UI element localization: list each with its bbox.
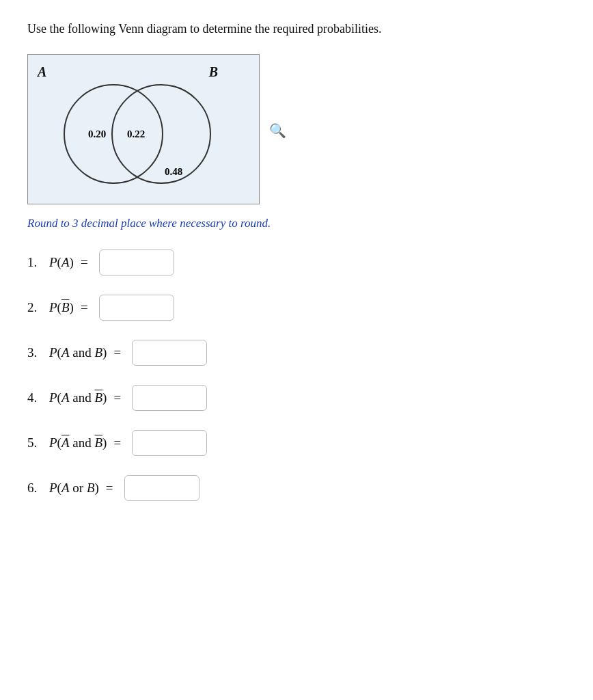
instruction-note: Round to 3 decimal place where necessary…: [27, 217, 566, 230]
venn-diagram: A B 0.20 0.22 0.48: [27, 54, 260, 204]
problem-1-label: P(A): [49, 255, 74, 270]
problem-3-number: 3.: [27, 345, 49, 360]
problem-4-number: 4.: [27, 390, 49, 405]
problem-6-answer[interactable]: [124, 475, 199, 501]
problem-4: 4. P(A and B) =: [27, 385, 566, 411]
problem-4-equals: =: [113, 390, 121, 405]
problem-3-expr: P(A and B) =: [49, 340, 207, 366]
problem-2: 2. P(B) =: [27, 295, 566, 321]
problem-6-expr: P(A or B) =: [49, 475, 199, 501]
problem-3-equals: =: [113, 345, 121, 360]
svg-point-0: [64, 85, 163, 183]
problem-2-expr: P(B) =: [49, 295, 174, 321]
problem-5: 5. P(A and B) =: [27, 430, 566, 456]
problem-4-label: P(A and B): [49, 390, 107, 405]
problem-5-number: 5.: [27, 435, 49, 450]
venn-value-b-only: 0.48: [165, 166, 182, 177]
venn-value-a-only: 0.20: [88, 129, 106, 139]
problem-4-expr: P(A and B) =: [49, 385, 207, 411]
problem-list: 1. P(A) = 2. P(B) = 3. P(A and B) = 4. P…: [27, 250, 566, 501]
problem-3-answer[interactable]: [132, 340, 207, 366]
problem-2-answer[interactable]: [99, 295, 174, 321]
instruction-text: Use the following Venn diagram to determ…: [27, 21, 566, 38]
problem-1: 1. P(A) =: [27, 250, 566, 275]
problem-6-label: P(A or B): [49, 481, 99, 496]
problem-2-equals: =: [81, 300, 88, 315]
problem-5-label: P(A and B): [49, 435, 107, 450]
problem-3-label: P(A and B): [49, 345, 107, 360]
problem-1-answer[interactable]: [99, 250, 174, 275]
problem-4-answer[interactable]: [132, 385, 207, 411]
problem-1-expr: P(A) =: [49, 250, 174, 275]
problem-1-equals: =: [81, 255, 88, 270]
problem-5-answer[interactable]: [132, 430, 207, 456]
problem-2-label: P(B): [49, 300, 74, 315]
venn-circles: 0.20 0.22 0.48: [42, 74, 240, 193]
problem-3: 3. P(A and B) =: [27, 340, 566, 366]
problem-5-equals: =: [113, 435, 121, 450]
problem-6: 6. P(A or B) =: [27, 475, 566, 501]
problem-6-equals: =: [106, 481, 113, 496]
venn-value-intersection: 0.22: [127, 129, 145, 139]
problem-5-expr: P(A and B) =: [49, 430, 207, 456]
problem-6-number: 6.: [27, 481, 49, 496]
search-icon[interactable]: 🔍: [269, 122, 286, 139]
problem-1-number: 1.: [27, 255, 49, 270]
problem-2-number: 2.: [27, 300, 49, 315]
